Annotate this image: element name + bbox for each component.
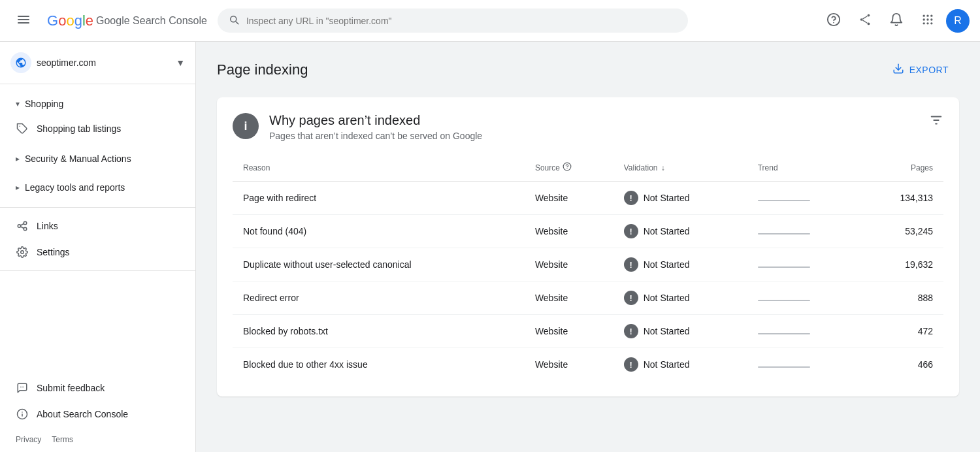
col-validation[interactable]: Validation ↓ bbox=[613, 157, 747, 182]
sidebar-group-security[interactable]: ▸ Security & Manual Actions bbox=[0, 147, 195, 170]
svg-point-14 bbox=[926, 18, 928, 20]
cell-trend bbox=[747, 348, 860, 381]
sidebar-item-shopping-tab-listings[interactable]: Shopping tab listings bbox=[0, 116, 190, 142]
sidebar: seoptimer.com ▼ ▾ Shopping Shopping tab … bbox=[0, 42, 196, 452]
sidebar-item-submit-feedback[interactable]: Submit feedback bbox=[0, 375, 190, 401]
cell-pages: 134,313 bbox=[860, 182, 944, 215]
download-icon bbox=[892, 63, 904, 76]
svg-point-21 bbox=[24, 221, 27, 225]
sidebar-group-shopping[interactable]: ▾ Shopping bbox=[0, 92, 195, 116]
table-body: Page with redirect Website ! Not Started… bbox=[233, 182, 943, 381]
apps-button[interactable] bbox=[915, 8, 941, 34]
sidebar-group-legacy-label: Legacy tools and reports bbox=[25, 182, 125, 193]
cell-source: Website bbox=[525, 348, 613, 381]
svg-line-9 bbox=[862, 20, 867, 24]
notifications-button[interactable] bbox=[883, 8, 909, 34]
cell-reason: Redirect error bbox=[233, 282, 525, 315]
svg-point-18 bbox=[930, 22, 932, 24]
validation-status-icon: ! bbox=[624, 324, 638, 338]
svg-point-17 bbox=[926, 22, 928, 24]
privacy-link[interactable]: Privacy bbox=[16, 435, 41, 444]
sidebar-section-shopping: ▾ Shopping Shopping tab listings bbox=[0, 89, 195, 144]
cell-pages: 472 bbox=[860, 315, 944, 348]
svg-rect-1 bbox=[18, 19, 29, 20]
table-header: Reason Source bbox=[233, 157, 943, 182]
svg-point-13 bbox=[923, 18, 925, 20]
cell-pages: 53,245 bbox=[860, 215, 944, 248]
bell-icon bbox=[889, 12, 904, 29]
svg-point-5 bbox=[860, 18, 863, 21]
cell-reason: Page with redirect bbox=[233, 182, 525, 215]
validation-status-label: Not Started bbox=[644, 359, 690, 370]
validation-status-label: Not Started bbox=[644, 193, 690, 203]
property-icon bbox=[10, 52, 31, 73]
cell-reason: Blocked by robots.txt bbox=[233, 315, 525, 348]
search-bar[interactable] bbox=[218, 8, 688, 33]
page-header: Page indexing EXPORT bbox=[217, 57, 959, 82]
links-icon bbox=[16, 219, 29, 233]
cell-reason: Not found (404) bbox=[233, 215, 525, 248]
property-dropdown-arrow[interactable]: ▼ bbox=[176, 57, 185, 68]
gear-icon bbox=[16, 246, 29, 259]
table-row[interactable]: Duplicate without user-selected canonica… bbox=[233, 248, 943, 282]
svg-point-6 bbox=[868, 14, 870, 17]
validation-status-icon: ! bbox=[624, 191, 638, 205]
svg-line-23 bbox=[21, 223, 24, 225]
cell-validation: ! Not Started bbox=[613, 248, 747, 282]
table-row[interactable]: Blocked by robots.txt Website ! Not Star… bbox=[233, 315, 943, 348]
card-subtitle: Pages that aren’t indexed can’t be serve… bbox=[269, 131, 482, 141]
terms-link[interactable]: Terms bbox=[52, 435, 73, 444]
sidebar-item-about-label: About Search Console bbox=[37, 409, 128, 419]
menu-icon bbox=[18, 16, 29, 25]
svg-line-8 bbox=[862, 16, 867, 20]
sidebar-item-settings[interactable]: Settings bbox=[0, 239, 190, 265]
avatar[interactable]: R bbox=[946, 9, 970, 33]
col-source-label: Source bbox=[535, 163, 560, 172]
tag-icon bbox=[16, 122, 29, 135]
sidebar-item-about[interactable]: About Search Console bbox=[0, 401, 190, 427]
svg-line-24 bbox=[21, 227, 24, 229]
cell-validation: ! Not Started bbox=[613, 315, 747, 348]
filter-icon[interactable] bbox=[929, 113, 943, 131]
sidebar-bottom: Submit feedback About Search Console Pri… bbox=[0, 375, 195, 452]
svg-rect-0 bbox=[18, 16, 29, 17]
search-input[interactable] bbox=[246, 16, 678, 26]
property-selector[interactable]: seoptimer.com ▼ bbox=[0, 47, 195, 84]
share-button[interactable] bbox=[852, 8, 878, 34]
validation-status-label: Not Started bbox=[644, 226, 690, 236]
sidebar-group-legacy[interactable]: ▸ Legacy tools and reports bbox=[0, 176, 195, 199]
col-trend: Trend bbox=[747, 157, 860, 182]
cell-source: Website bbox=[525, 315, 613, 348]
sidebar-divider bbox=[0, 207, 195, 208]
source-help-icon[interactable] bbox=[563, 162, 572, 173]
col-pages: Pages bbox=[860, 157, 944, 182]
table-row[interactable]: Not found (404) Website ! Not Started 53… bbox=[233, 215, 943, 248]
sidebar-section-security: ▸ Security & Manual Actions bbox=[0, 144, 195, 173]
card-header: i Why pages aren’t indexed Pages that ar… bbox=[233, 113, 943, 141]
table-row[interactable]: Blocked due to other 4xx issue Website !… bbox=[233, 348, 943, 381]
svg-point-22 bbox=[24, 227, 27, 231]
export-button[interactable]: EXPORT bbox=[882, 57, 959, 82]
validation-status-label: Not Started bbox=[644, 259, 690, 270]
topbar: Google Google Search Console bbox=[0, 0, 980, 42]
chevron-down-icon: ▾ bbox=[16, 99, 20, 108]
menu-button[interactable] bbox=[10, 8, 37, 34]
feedback-icon bbox=[16, 381, 29, 395]
export-label: EXPORT bbox=[909, 65, 949, 75]
validation-status-icon: ! bbox=[624, 257, 638, 272]
table-row[interactable]: Redirect error Website ! Not Started 888 bbox=[233, 282, 943, 315]
table-row[interactable]: Page with redirect Website ! Not Started… bbox=[233, 182, 943, 215]
trend-line bbox=[758, 200, 810, 201]
help-button[interactable] bbox=[821, 8, 847, 34]
cell-validation: ! Not Started bbox=[613, 348, 747, 381]
cell-source: Website bbox=[525, 182, 613, 215]
validation-status-icon: ! bbox=[624, 357, 638, 372]
app-logo: Google Google Search Console bbox=[47, 12, 207, 29]
sidebar-divider-2 bbox=[0, 270, 195, 271]
trend-line bbox=[758, 300, 810, 301]
sidebar-item-links[interactable]: Links bbox=[0, 213, 190, 239]
cell-validation: ! Not Started bbox=[613, 182, 747, 215]
cell-trend bbox=[747, 282, 860, 315]
topbar-actions: R bbox=[821, 8, 970, 34]
sidebar-item-links-label: Links bbox=[37, 221, 58, 231]
